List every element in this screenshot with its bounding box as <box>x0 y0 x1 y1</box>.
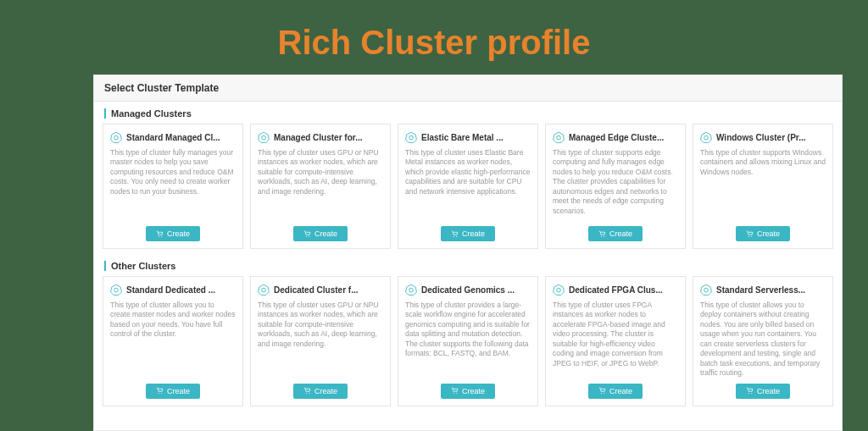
svg-marker-24 <box>259 285 270 295</box>
card-title: Managed Cluster for... <box>274 133 362 142</box>
cluster-card: Managed Cluster for... This type of clus… <box>250 124 391 249</box>
svg-point-38 <box>748 393 749 394</box>
svg-point-11 <box>456 235 457 236</box>
cart-icon <box>303 387 311 395</box>
card-title: Windows Cluster (Pr... <box>716 133 805 142</box>
card-title: Dedicated FPGA Clus... <box>569 285 663 295</box>
svg-point-23 <box>161 393 162 394</box>
svg-marker-28 <box>406 285 417 295</box>
svg-point-22 <box>159 393 159 394</box>
svg-point-34 <box>601 393 602 394</box>
svg-point-21 <box>114 288 119 292</box>
card-description: This type of cluster supports edge compu… <box>553 148 678 221</box>
cluster-card: Standard Dedicated ... This type of clus… <box>103 276 243 406</box>
create-button-label: Create <box>462 229 485 238</box>
svg-marker-32 <box>554 285 565 295</box>
cluster-card: Standard Serverless... This type of clus… <box>693 276 833 406</box>
create-button[interactable]: Create <box>146 226 200 241</box>
cart-icon <box>598 387 606 395</box>
section-title: Other Clusters <box>103 254 833 276</box>
cart-icon <box>746 230 754 238</box>
card-footer: Create <box>405 221 531 241</box>
kubernetes-icon <box>110 284 122 296</box>
cards-row: Standard Managed Cl... This type of clus… <box>103 124 833 249</box>
svg-point-37 <box>704 288 709 292</box>
card-footer: Create <box>110 379 236 399</box>
card-head: Standard Dedicated ... <box>110 284 236 296</box>
svg-point-29 <box>409 288 414 292</box>
svg-point-5 <box>262 135 266 140</box>
cart-icon <box>451 387 459 395</box>
svg-marker-8 <box>406 132 417 142</box>
section-title-text: Other Clusters <box>111 261 175 271</box>
create-button[interactable]: Create <box>588 384 643 399</box>
svg-point-10 <box>453 235 454 236</box>
svg-point-25 <box>262 288 266 292</box>
svg-point-31 <box>456 393 457 394</box>
card-title: Standard Managed Cl... <box>126 133 220 142</box>
card-head: Managed Edge Cluste... <box>553 131 678 143</box>
create-button[interactable]: Create <box>441 226 495 241</box>
card-footer: Create <box>110 221 236 241</box>
cart-icon <box>156 387 164 395</box>
svg-point-7 <box>309 235 309 236</box>
cart-icon <box>598 230 606 238</box>
create-button[interactable]: Create <box>588 226 643 241</box>
create-button[interactable]: Create <box>146 384 200 399</box>
cluster-template-panel: Select Cluster Template Managed Clusters… <box>93 75 843 431</box>
cluster-card: Standard Managed Cl... This type of clus… <box>103 124 243 249</box>
svg-point-9 <box>409 135 414 140</box>
cluster-card: Dedicated FPGA Clus... This type of clus… <box>545 276 686 406</box>
cart-icon <box>156 230 164 238</box>
card-footer: Create <box>700 379 826 399</box>
cart-icon <box>746 387 754 395</box>
svg-point-1 <box>114 135 119 140</box>
card-head: Dedicated FPGA Clus... <box>553 284 678 296</box>
panel-header: Select Cluster Template <box>94 75 842 102</box>
section-title: Managed Clusters <box>103 102 833 124</box>
svg-point-6 <box>306 235 307 236</box>
create-button[interactable]: Create <box>736 226 790 241</box>
svg-point-2 <box>159 235 159 236</box>
card-title: Dedicated Cluster f... <box>274 285 358 295</box>
svg-marker-20 <box>111 285 122 295</box>
cluster-card: Managed Edge Cluste... This type of clus… <box>545 124 686 249</box>
section-other-clusters: Other Clusters Standard Dedicated ... Th… <box>94 254 842 412</box>
svg-marker-36 <box>701 285 712 295</box>
accent-bar <box>104 261 106 271</box>
card-footer: Create <box>258 221 383 241</box>
card-title: Dedicated Genomics ... <box>421 285 515 295</box>
kubernetes-icon <box>258 131 270 143</box>
cards-row: Standard Dedicated ... This type of clus… <box>103 276 833 406</box>
card-footer: Create <box>553 379 678 399</box>
create-button-label: Create <box>462 387 485 395</box>
create-button-label: Create <box>609 387 632 395</box>
svg-marker-12 <box>554 132 565 142</box>
card-title: Managed Edge Cluste... <box>569 133 664 142</box>
card-title: Elastic Bare Metal ... <box>421 133 504 142</box>
card-head: Standard Managed Cl... <box>110 131 236 143</box>
card-footer: Create <box>258 379 383 399</box>
svg-point-27 <box>309 393 309 394</box>
section-title-text: Managed Clusters <box>111 108 192 119</box>
create-button[interactable]: Create <box>293 226 348 241</box>
create-button[interactable]: Create <box>293 384 348 399</box>
card-description: This type of cluster uses GPU or NPU ins… <box>258 148 383 221</box>
card-head: Elastic Bare Metal ... <box>405 131 531 143</box>
card-description: This type of cluster allows you to creat… <box>110 301 236 379</box>
card-description: This type of cluster allows you to deplo… <box>700 301 826 379</box>
card-title: Standard Dedicated ... <box>126 285 215 295</box>
svg-point-30 <box>453 393 454 394</box>
create-button[interactable]: Create <box>441 384 495 399</box>
create-button[interactable]: Create <box>736 384 790 399</box>
create-button-label: Create <box>167 387 190 395</box>
card-description: This type of cluster uses Elastic Bare M… <box>405 148 531 221</box>
create-button-label: Create <box>314 229 337 238</box>
card-description: This type of cluster uses FPGA instances… <box>553 301 678 379</box>
svg-marker-16 <box>701 132 712 142</box>
svg-point-13 <box>557 135 561 140</box>
card-footer: Create <box>553 221 678 241</box>
cart-icon <box>303 230 311 238</box>
cluster-card: Windows Cluster (Pr... This type of clus… <box>693 124 833 249</box>
slide-title: Rich Cluster profile <box>0 24 868 62</box>
